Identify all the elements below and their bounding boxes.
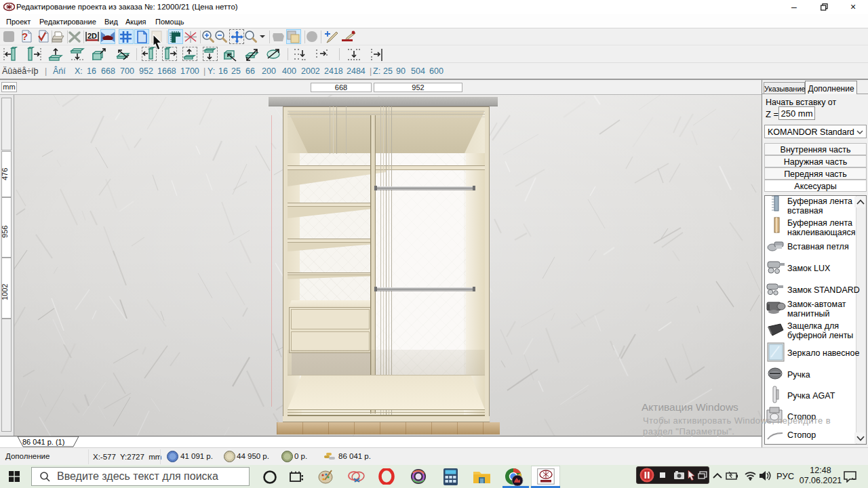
svg-text:?: ? (22, 30, 28, 42)
svg-text:2D: 2D (87, 32, 97, 40)
